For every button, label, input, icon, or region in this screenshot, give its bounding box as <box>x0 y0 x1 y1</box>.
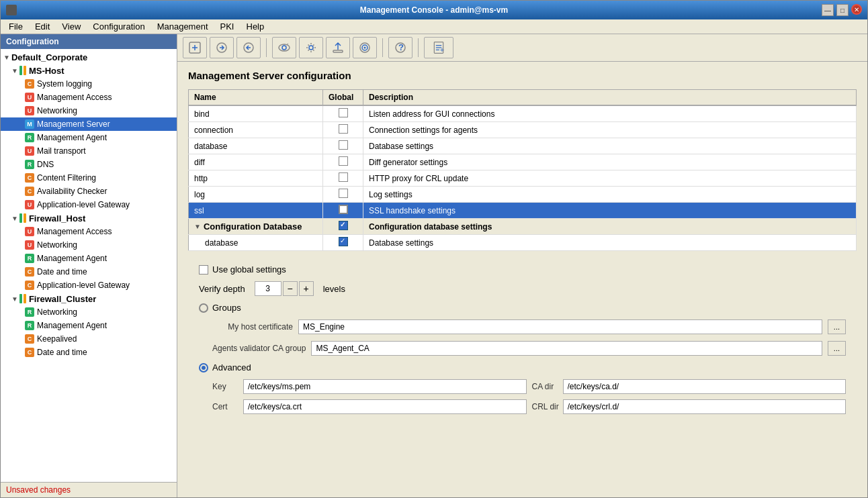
leaf-label: Management Access <box>37 227 112 236</box>
sidebar-item-fc-networking[interactable]: R Networking <box>1 305 177 319</box>
global-checkbox[interactable] <box>339 124 348 134</box>
menu-item-edit[interactable]: Edit <box>30 20 55 33</box>
sidebar-item-management-server[interactable]: M Management Server <box>1 117 177 131</box>
sidebar-item-ms-host[interactable]: ▼ MS-Host <box>1 64 177 77</box>
settings-panel: Use global settings Verify depth 3 − + l… <box>188 259 857 419</box>
crl-dir-input[interactable] <box>563 399 846 414</box>
row-global: ✓ <box>323 219 363 235</box>
global-checkbox[interactable] <box>339 140 348 150</box>
sidebar-item-fw-application-gateway[interactable]: C Application-level Gateway <box>1 279 177 292</box>
leaf-label: Management Agent <box>37 321 107 330</box>
menu-item-management[interactable]: Management <box>152 20 214 33</box>
global-checkbox[interactable] <box>339 205 348 214</box>
cert-dots-button[interactable]: ... <box>828 319 846 334</box>
leaf-label: Keepalived <box>37 334 77 344</box>
sidebar-item-availability-checker[interactable]: C Availability Checker <box>1 185 177 198</box>
table-row[interactable]: logLog settings <box>189 187 857 203</box>
cert-field-group: Cert <box>212 399 527 414</box>
sidebar-item-fc-keepalived[interactable]: C Keepalived <box>1 332 177 346</box>
sidebar-item-application-gateway[interactable]: U Application-level Gateway <box>1 198 177 211</box>
global-checkbox[interactable] <box>339 172 348 182</box>
col-global-header: Global <box>323 90 363 106</box>
global-checkbox[interactable] <box>339 189 348 198</box>
table-row[interactable]: httpHTTP proxy for CRL update <box>189 170 857 187</box>
table-row[interactable]: diffDiff generator settings <box>189 154 857 170</box>
page-title: Management Server configuration <box>188 70 857 81</box>
menu-item-configuration[interactable]: Configuration <box>87 20 150 33</box>
advanced-radio[interactable] <box>199 363 208 372</box>
cert-field-input[interactable] <box>243 399 527 414</box>
agents-ca-dots-button[interactable]: ... <box>828 341 846 356</box>
menu-item-file[interactable]: File <box>3 20 28 33</box>
sidebar-item-networking[interactable]: U Networking <box>1 104 177 117</box>
ca-dir-input[interactable] <box>563 379 847 394</box>
table-row[interactable]: sslSSL handshake settings <box>189 203 857 219</box>
table-row[interactable]: bindListen address for GUI connections <box>189 105 857 122</box>
sidebar-item-dns[interactable]: R DNS <box>1 158 177 171</box>
key-input[interactable] <box>243 379 527 394</box>
back-button[interactable] <box>183 37 207 58</box>
page-content: Management Server configuration Name Glo… <box>177 62 867 497</box>
expand-icon: ▼ <box>3 54 10 61</box>
global-checkbox[interactable]: ✓ <box>339 221 348 230</box>
agents-ca-input[interactable] <box>311 341 822 356</box>
gear-button[interactable] <box>299 37 323 58</box>
leaf-label: Management Agent <box>37 133 107 142</box>
badge-c: C <box>25 334 34 344</box>
leaf-label: Date and time <box>37 348 87 357</box>
verify-depth-decrement[interactable]: − <box>283 281 298 296</box>
sidebar-item-mail-transport[interactable]: U Mail transport <box>1 144 177 158</box>
sidebar-item-fw-date-time[interactable]: C Date and time <box>1 265 177 279</box>
sidebar-item-firewall-cluster[interactable]: ▼ Firewall_Cluster <box>1 292 177 305</box>
sidebar-item-fw-networking[interactable]: U Networking <box>1 238 177 252</box>
badge-c: C <box>25 79 34 89</box>
groups-radio[interactable] <box>199 303 208 313</box>
menu-item-pki[interactable]: PKI <box>215 20 240 33</box>
help-button[interactable]: ? <box>388 37 413 58</box>
use-global-checkbox[interactable] <box>199 265 208 275</box>
table-row[interactable]: ▼ Configuration Database ✓Configuration … <box>189 219 857 235</box>
title-bar: Management Console - admin@ms-vm — □ ✕ <box>1 1 867 19</box>
sidebar-item-fc-date-time[interactable]: C Date and time <box>1 346 177 359</box>
maximize-button[interactable]: □ <box>836 4 849 16</box>
menu-item-view[interactable]: View <box>56 20 86 33</box>
toolbar-separator <box>266 38 267 57</box>
cert-input[interactable] <box>298 319 822 334</box>
sidebar-item-default-corporate[interactable]: ▼ Default_Corporate <box>1 50 177 64</box>
close-button[interactable]: ✕ <box>851 4 862 15</box>
table-row[interactable]: databaseDatabase settings <box>189 138 857 154</box>
leaf-label: Content Filtering <box>37 173 96 183</box>
menu-item-help[interactable]: Help <box>241 20 270 33</box>
verify-depth-value[interactable]: 3 <box>255 281 281 296</box>
leaf-label: Application-level Gateway <box>37 281 130 290</box>
eye-settings-button[interactable] <box>272 37 296 58</box>
global-checkbox[interactable] <box>339 156 348 166</box>
global-checkbox[interactable]: ✓ <box>339 237 348 246</box>
verify-depth-increment[interactable]: + <box>299 281 314 296</box>
table-row[interactable]: database✓Database settings <box>189 235 857 251</box>
expand-icon: ▼ <box>11 215 18 222</box>
badge-r: R <box>25 254 34 263</box>
sidebar-item-management-access[interactable]: U Management Access <box>1 91 177 104</box>
table-row[interactable]: connectionConnection settings for agents <box>189 122 857 138</box>
sidebar-item-management-agent[interactable]: R Management Agent <box>1 131 177 144</box>
svg-rect-6 <box>333 50 343 52</box>
sidebar-item-firewall-host[interactable]: ▼ Firewall_Host <box>1 211 177 225</box>
sidebar-item-content-filtering[interactable]: C Content Filtering <box>1 171 177 185</box>
use-global-label: Use global settings <box>212 264 286 275</box>
prev-button[interactable] <box>236 37 261 58</box>
leaf-label: Management Server <box>37 119 110 129</box>
target-button[interactable] <box>353 37 377 58</box>
upload-button[interactable] <box>326 37 350 58</box>
sidebar: Configuration ▼ Default_Corporate ▼ MS-H… <box>1 34 177 497</box>
sidebar-item-fc-management-agent[interactable]: R Management Agent <box>1 319 177 332</box>
report-button[interactable]: + <box>424 37 453 58</box>
sidebar-item-fw-management-access[interactable]: U Management Access <box>1 225 177 238</box>
forward-button[interactable] <box>210 37 234 58</box>
row-name: database <box>189 138 323 154</box>
row-name: log <box>189 187 323 203</box>
minimize-button[interactable]: — <box>822 4 834 16</box>
sidebar-item-fw-management-agent[interactable]: R Management Agent <box>1 252 177 265</box>
sidebar-item-system-logging[interactable]: C System logging <box>1 77 177 91</box>
global-checkbox[interactable] <box>339 108 348 117</box>
